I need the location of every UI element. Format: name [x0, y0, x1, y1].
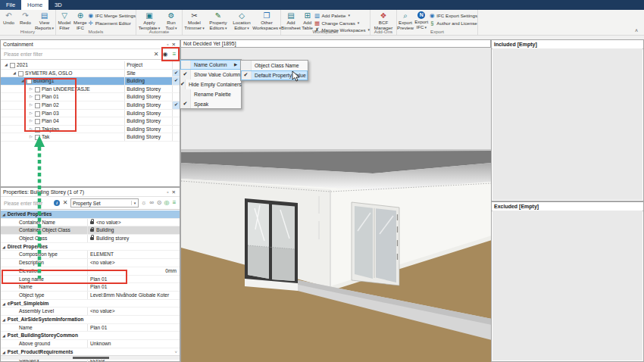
expander-closed-icon[interactable]: ▷ — [30, 110, 33, 117]
group-expander-icon[interactable]: ◢ — [2, 350, 5, 354]
menu-item-object-class-name[interactable]: Object Class Name — [241, 61, 308, 70]
excluded-panel-body[interactable] — [492, 211, 642, 360]
tree-row-checkbox[interactable] — [35, 95, 40, 100]
ribbon-button-export-preview[interactable]: ⌕Export Preview — [397, 11, 414, 31]
property-row-elevation[interactable]: Elevation0mm — [1, 267, 180, 276]
include-check-cell[interactable] — [173, 93, 180, 101]
tree-row-building1[interactable]: ◢Building1Building✔ — [1, 77, 180, 86]
expander-closed-icon[interactable]: ▷ — [30, 126, 33, 133]
ribbon-button-model-trimmer[interactable]: ✂Model Trimmer▾ — [183, 11, 206, 31]
expander-closed-icon[interactable]: ▷ — [30, 93, 33, 101]
tree-row-checkbox[interactable] — [35, 127, 40, 133]
property-group-pset-buildingstoreycommon[interactable]: ◢Pset_BuildingStoreyCommon — [1, 332, 180, 340]
tree-row-plan-01[interactable]: ▷Plan 01Building Storey — [1, 93, 180, 101]
ribbon-button-undo[interactable]: ↶Undo — [1, 11, 17, 26]
expander-closed-icon[interactable]: ▷ — [30, 117, 33, 125]
group-expander-icon[interactable]: ◢ — [2, 333, 5, 338]
tab-file[interactable]: File — [0, 0, 21, 10]
properties-filter-input[interactable]: Please enter filter — [2, 201, 52, 206]
tree-row-checkbox[interactable] — [18, 71, 23, 76]
property-row-object-class[interactable]: Object ClassBuilding storey — [1, 235, 180, 243]
include-check-cell[interactable] — [173, 126, 180, 133]
ribbon-button-view-reports[interactable]: ▤View Reports▾ — [34, 11, 55, 31]
tree-row-tak[interactable]: ▷TakBuilding Storey — [1, 133, 180, 142]
ribbon-button-property-editors[interactable]: ✎Property Editors▾ — [206, 11, 230, 31]
tree-row-checkbox[interactable] — [35, 103, 40, 108]
include-check-cell[interactable] — [173, 110, 180, 117]
group-expander-icon[interactable]: ◢ — [2, 317, 5, 322]
tree-row-plan-underetasje[interactable]: ▷Plan UNDERETASJEBuilding Storey — [1, 86, 180, 94]
ribbon-button-add-bimsheet[interactable]: ▤Add Bimsheet — [281, 11, 301, 31]
ribbon-button-bcf-manager[interactable]: ❖BCF Manager — [371, 11, 395, 31]
ribbon-button-author-and-license[interactable]: §Author and License — [429, 20, 477, 27]
tree-row-checkbox[interactable] — [35, 111, 40, 117]
property-group-direct-properties[interactable]: ◢Direct Properties — [1, 243, 180, 251]
property-row-name[interactable]: NamePlan 01 — [1, 283, 180, 292]
ribbon-button-run-tool[interactable]: ⚙Run Tool▾ — [161, 11, 181, 31]
include-check-icon[interactable]: ✔ — [173, 101, 180, 109]
menu-item-hide-empty-containers[interactable]: ✔Hide Empty Containers — [180, 80, 241, 89]
ribbon-button-add-table[interactable]: ⊞Add Table — [301, 11, 314, 31]
containment-filter-input[interactable]: Please enter filter — [2, 51, 151, 57]
tree-row-checkbox[interactable] — [35, 119, 40, 124]
menu-item-show-value-column[interactable]: ✔Show Value Column — [180, 70, 241, 80]
property-row-container-object-class[interactable]: Container Object ClassBuilding — [1, 226, 180, 235]
expander-open-icon[interactable]: ◢ — [13, 70, 16, 77]
group-expander-icon[interactable]: ◢ — [2, 301, 5, 306]
group-expander-icon[interactable]: ◢ — [2, 245, 5, 249]
property-set-combo[interactable]: Property Set ▾ — [70, 198, 139, 208]
combo-dropdown-icon[interactable]: ▾ — [131, 201, 138, 205]
ribbon-collapse-icon[interactable]: ˄ — [635, 29, 638, 33]
properties-close-button[interactable]: ✕ — [170, 189, 177, 196]
include-check-cell[interactable] — [173, 133, 180, 141]
palette-menu-icon[interactable]: ≡ — [170, 198, 178, 208]
property-row-assembly-level[interactable]: Assembly Level<no value> — [1, 307, 180, 316]
ribbon-button-redo[interactable]: ↷Redo — [17, 11, 34, 26]
property-row-above-ground[interactable]: Above groundUnknown — [1, 340, 180, 348]
tab-3d[interactable]: 3D — [48, 0, 68, 10]
ribbon-button-ifc-merge-settings[interactable]: ◉IFC Merge Settings — [88, 12, 136, 20]
property-row-container-name[interactable]: Container Name<no value> — [1, 219, 180, 227]
eye-icon[interactable]: ⊙ — [155, 198, 163, 208]
expander-open-icon[interactable]: ◢ — [5, 61, 8, 69]
tree-row-plan-03[interactable]: ▷Plan 03Building Storey — [1, 110, 180, 118]
ribbon-button-location-editor[interactable]: ◇Location Editor▾ — [230, 11, 253, 31]
included-panel-body[interactable] — [492, 48, 642, 200]
lightbulb-icon[interactable]: ☼ — [140, 198, 148, 208]
include-check-cell[interactable] — [173, 86, 180, 93]
property-row-long-name[interactable]: Long namePlan 01 — [1, 276, 180, 284]
include-check-cell[interactable] — [173, 117, 180, 125]
property-row-name[interactable]: NamePlan 01 — [1, 324, 180, 332]
expander-closed-icon[interactable]: ▷ — [30, 133, 33, 141]
group-expander-icon[interactable]: ◢ — [2, 212, 5, 217]
containment-close-button[interactable]: ✕ — [170, 41, 177, 48]
include-check-icon[interactable]: ✔ — [173, 77, 180, 85]
expander-open-icon[interactable]: ◢ — [21, 77, 24, 85]
menu-item-rename-palette[interactable]: Rename Palette — [180, 89, 241, 99]
scroll-down-icon[interactable]: ˅ — [174, 350, 177, 354]
clear-filter-icon[interactable]: ✕ — [152, 50, 160, 59]
tree-row-plan-02[interactable]: ▷Plan 02Building Storey✔ — [1, 101, 180, 110]
ribbon-button-merge-ifc[interactable]: ⊕Merge IFC — [73, 11, 88, 31]
tree-row-checkbox[interactable] — [35, 135, 40, 140]
containment-menu-icon[interactable]: ≡ — [170, 50, 178, 59]
ribbon-button-change-canvas[interactable]: ▦Change Canvas▾ — [314, 20, 370, 27]
menu-item-default-property-value[interactable]: ✔Default Property Value — [241, 70, 308, 80]
property-group-pset-airsidesysteminformation[interactable]: ◢Pset_AirSideSystemInformation — [1, 316, 180, 324]
property-row-object-type[interactable]: Object typeLevel:8mm Nivåhode Globale Ko… — [1, 292, 180, 300]
tree-row-takplan[interactable]: ▷TakplanBuilding Storey — [1, 126, 180, 134]
tree-row-2021[interactable]: ◢2021Project — [1, 61, 180, 70]
properties-hscrollbar[interactable] — [1, 355, 180, 360]
ribbon-button-other-workspaces[interactable]: ❐Other Workspaces▾ — [253, 11, 280, 31]
tree-row-plan-04[interactable]: ▷Plan 04Building Storey — [1, 117, 180, 126]
ribbon-button-ifc-export-settings[interactable]: ◉IFC Export Settings — [429, 12, 477, 20]
ribbon-button-add-palette[interactable]: ▥Add Palette▾ — [314, 12, 370, 20]
include-check-icon[interactable]: ✔ — [173, 70, 180, 77]
properties-clear-filter-icon[interactable]: ✕ — [61, 198, 69, 208]
ribbon-button-placement-editor[interactable]: ✛Placement Editor — [88, 20, 136, 27]
tree-row-checkbox[interactable] — [10, 63, 15, 68]
follow-selection-icon[interactable]: ◉ — [161, 50, 169, 59]
property-group-derived-properties[interactable]: ◢Derived Properties — [1, 211, 180, 219]
expander-closed-icon[interactable]: ▷ — [30, 101, 33, 109]
property-group-epset-simplebim[interactable]: ◢ePset_Simplebim — [1, 300, 180, 308]
